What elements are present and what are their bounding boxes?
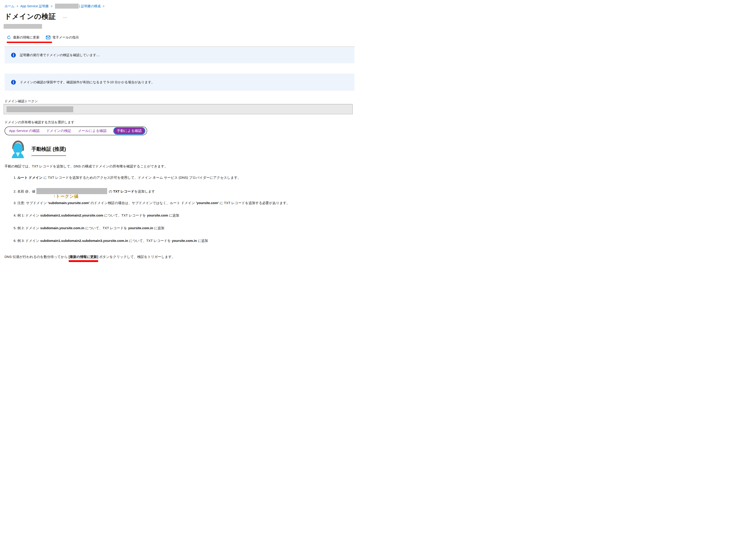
- step-5: 5. 例 2: ドメイン subdomain.yoursite.com.in に…: [14, 226, 164, 230]
- page-title: ドメインの検証: [4, 12, 56, 21]
- overflow-menu-icon[interactable]: …: [63, 14, 67, 19]
- breadcrumb: ホーム > App Service 証明書 > | 証明書の構成 >: [4, 4, 106, 8]
- redacted-token-value: [6, 106, 73, 112]
- support-agent-icon: [11, 140, 25, 158]
- method-select-label: ドメインの所有権を確認する方法を選択します: [4, 120, 75, 124]
- manual-verification-description: 手動の検証では、TXT レコードを追加して、DNS の構成でドメインの所有権を確…: [4, 164, 168, 168]
- breadcrumb-home-link[interactable]: ホーム: [4, 4, 15, 8]
- tab-domain-verification[interactable]: ドメインの検証: [46, 128, 71, 133]
- token-value-annotation: ↑トークン値: [54, 194, 79, 199]
- step-1: 1. ルート ドメイン に TXT レコードを追加するためのアクセス許可を使用し…: [14, 176, 241, 180]
- info-icon: [11, 80, 16, 85]
- tab-email-verification[interactable]: メールによる確認: [78, 128, 106, 133]
- email-icon: [46, 36, 50, 39]
- verification-method-tabs: App Service の確認 ドメインの検証 メールによる確認 手動による確認: [4, 126, 147, 135]
- breadcrumb-app-service-certs-link[interactable]: App Service 証明書: [20, 4, 49, 8]
- red-underline-annotation: [7, 42, 52, 43]
- refresh-icon: [7, 35, 11, 40]
- email-instructions-button[interactable]: 電子メールの指示: [46, 35, 79, 40]
- redacted-subtitle: [4, 24, 42, 29]
- dns-propagation-note: DNS 伝達が行われるのを数分待ってから [最新の情報に更新] ボタンをクリック…: [4, 255, 175, 259]
- email-instructions-label: 電子メールの指示: [52, 35, 79, 40]
- breadcrumb-chevron-icon: >: [103, 4, 104, 8]
- info-icon: [11, 53, 16, 58]
- banner-pending-text: ドメインの確認が保留中です。確認操作が有効になるまで 5-10 分かかる場合があ…: [20, 80, 155, 84]
- manual-verification-heading: 手動検証 (推奨): [31, 146, 66, 156]
- command-bar: 最新の情報に更新 電子メールの指示: [7, 35, 79, 40]
- info-banner-pending: ドメインの確認が保留中です。確認操作が有効になるまで 5-10 分かかる場合があ…: [4, 74, 355, 91]
- step-6: 6. 例 3: ドメイン subdomain1.subdomain2.subdo…: [14, 239, 208, 243]
- step-3: 3. 注意: サブドメイン 'subdomain.yoursite.com' の…: [14, 201, 290, 205]
- step-4: 4. 例 1: ドメイン subdomain1.subdomain2.yours…: [14, 213, 179, 218]
- banner-checking-text: 証明書の発行者でドメインの検証を確認しています....: [20, 53, 100, 57]
- info-banner-checking: 証明書の発行者でドメインの検証を確認しています....: [4, 46, 355, 63]
- tab-manual-verification[interactable]: 手動による確認: [113, 127, 145, 135]
- redacted-certificate-name: [55, 4, 79, 8]
- step-2: 2. 名前 @、値の TXT レコードを追加します: [14, 188, 155, 194]
- tab-app-service-verification[interactable]: App Service の確認: [9, 128, 40, 133]
- breadcrumb-cert-config-link[interactable]: | 証明書の構成: [79, 4, 101, 8]
- refresh-button[interactable]: 最新の情報に更新: [7, 35, 40, 40]
- breadcrumb-chevron-icon: >: [51, 4, 53, 8]
- refresh-button-label: 最新の情報に更新: [13, 35, 40, 40]
- domain-token-field[interactable]: [4, 104, 353, 114]
- domain-token-label: ドメイン確認トークン: [4, 99, 38, 103]
- domain-verification-page: { "breadcrumb": { "separator": ">", "hom…: [0, 0, 355, 263]
- breadcrumb-chevron-icon: >: [17, 4, 18, 8]
